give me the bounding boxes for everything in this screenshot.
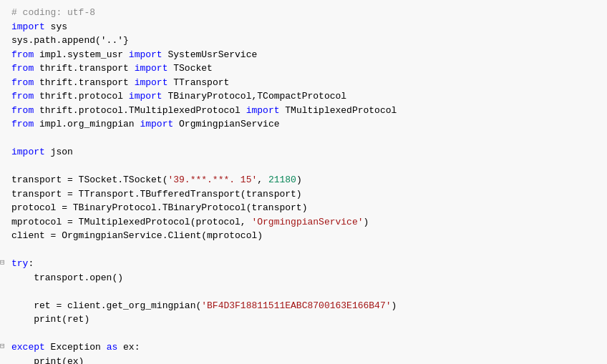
line-content: protocol = TBinaryProtocol.TBinaryProtoc… <box>7 201 607 215</box>
token: SystemUsrService <box>162 49 258 60</box>
token: from <box>11 63 34 74</box>
code-line: transport.open() <box>0 271 607 285</box>
token: client = OrgmingpianService.Client(mprot… <box>11 230 263 241</box>
line-content: import json <box>7 145 607 159</box>
line-content: except Exception as ex: <box>7 340 607 355</box>
code-line: transport = TSocket.TSocket('39.***.***.… <box>0 173 607 187</box>
token: from <box>11 77 34 88</box>
line-content: from thrift.transport import TTransport <box>7 76 607 90</box>
code-line: from impl.system_usr import SystemUsrSer… <box>0 48 607 62</box>
token: from <box>11 49 34 60</box>
token: import <box>140 119 173 129</box>
token: , <box>257 174 268 185</box>
token: # coding: utf-8 <box>11 7 95 18</box>
token: impl.org_mingpian <box>34 119 140 129</box>
fold-indicator[interactable]: ⊟ <box>0 340 5 353</box>
line-content <box>7 243 607 257</box>
token: thrift.protocol <box>34 91 129 102</box>
line-content: import sys <box>7 20 607 34</box>
token: sys.path.append('..'} <box>11 35 129 46</box>
token: import <box>11 21 45 32</box>
token: 'OrgmingpianService' <box>251 217 363 227</box>
code-editor: # coding: utf-8import syssys.path.append… <box>0 0 607 364</box>
token: thrift.transport <box>34 63 134 74</box>
token: import <box>129 49 162 60</box>
line-content: print(ret) <box>7 313 607 327</box>
code-line: from thrift.protocol.TMultiplexedProtoco… <box>0 104 607 118</box>
line-content: from thrift.protocol import TBinaryProto… <box>7 89 607 104</box>
line-content: from thrift.transport import TSocket <box>7 62 607 76</box>
token: import <box>11 147 45 157</box>
token: mprotocol = TMultiplexedProtocol(protoco… <box>11 217 251 227</box>
token: ) <box>392 300 397 311</box>
token: ret = client.get_org_mingpian( <box>11 300 201 311</box>
code-line <box>0 132 607 146</box>
line-content <box>7 327 607 341</box>
code-line: from thrift.protocol import TBinaryProto… <box>0 89 607 104</box>
line-content: ret = client.get_org_mingpian('BF4D3F188… <box>7 299 607 313</box>
line-content: try: <box>7 257 607 271</box>
token: : <box>28 258 34 269</box>
line-content: from impl.system_usr import SystemUsrSer… <box>7 48 607 62</box>
token: OrgmingpianService <box>173 119 279 129</box>
line-content <box>7 285 607 299</box>
code-line <box>0 327 607 341</box>
token: TSocket <box>167 63 212 74</box>
token: except <box>11 342 45 353</box>
code-line: ⊟try: <box>0 257 607 271</box>
token: import <box>135 77 168 88</box>
code-line: client = OrgmingpianService.Client(mprot… <box>0 229 607 243</box>
line-content: transport.open() <box>7 271 607 285</box>
token: 'BF4D3F18811511EABC8700163E166B47' <box>201 300 391 311</box>
code-line: print(ex) <box>0 355 607 365</box>
token: from <box>11 119 34 129</box>
line-content: sys.path.append('..'} <box>7 34 607 48</box>
line-content: from impl.org_mingpian import Orgmingpia… <box>7 117 607 132</box>
line-content: transport = TSocket.TSocket('39.***.***.… <box>7 173 607 187</box>
token: import <box>246 105 280 116</box>
line-content <box>7 132 607 146</box>
code-line: from impl.org_mingpian import Orgmingpia… <box>0 117 607 132</box>
fold-indicator[interactable]: ⊟ <box>0 257 5 269</box>
token: try <box>11 258 28 269</box>
token: TBinaryProtocol,TCompactProtocol <box>162 91 346 102</box>
code-line: protocol = TBinaryProtocol.TBinaryProtoc… <box>0 201 607 215</box>
code-line: print(ret) <box>0 313 607 327</box>
code-line: ⊟except Exception as ex: <box>0 340 607 355</box>
line-content: # coding: utf-8 <box>7 6 607 20</box>
token: from <box>11 105 34 116</box>
code-line <box>0 285 607 299</box>
line-content: client = OrgmingpianService.Client(mprot… <box>7 229 607 243</box>
token: ) <box>296 174 302 185</box>
token: TTransport <box>167 77 229 88</box>
token: transport = TSocket.TSocket( <box>11 174 167 185</box>
token: TMultiplexedProtocol <box>279 105 397 116</box>
token: print(ret) <box>11 314 89 325</box>
token: as <box>107 342 118 353</box>
token: import <box>129 91 162 102</box>
code-line: from thrift.transport import TTransport <box>0 76 607 90</box>
token: sys <box>45 21 67 32</box>
token: thrift.protocol.TMultiplexedProtocol <box>34 105 246 116</box>
token: ex: <box>117 342 140 353</box>
code-line <box>0 243 607 257</box>
code-line: from thrift.transport import TSocket <box>0 62 607 76</box>
token: json <box>45 147 73 157</box>
token: thrift.transport <box>34 77 134 88</box>
token: Exception <box>45 342 107 353</box>
token: impl.system_usr <box>34 49 129 60</box>
code-line: import sys <box>0 20 607 34</box>
line-content: transport = TTransport.TBufferedTranspor… <box>7 187 607 202</box>
code-line: transport = TTransport.TBufferedTranspor… <box>0 187 607 202</box>
code-line: # coding: utf-8 <box>0 6 607 20</box>
token: 21180 <box>268 174 296 185</box>
line-content: from thrift.protocol.TMultiplexedProtoco… <box>7 104 607 118</box>
code-line: sys.path.append('..'} <box>0 34 607 48</box>
token: '39.***.***. 15' <box>167 174 257 185</box>
token: import <box>135 63 168 74</box>
line-content: print(ex) <box>7 355 607 365</box>
token: transport.open() <box>11 272 123 283</box>
line-content: mprotocol = TMultiplexedProtocol(protoco… <box>7 215 607 230</box>
token: from <box>11 91 34 102</box>
token: print(ex) <box>11 356 84 365</box>
